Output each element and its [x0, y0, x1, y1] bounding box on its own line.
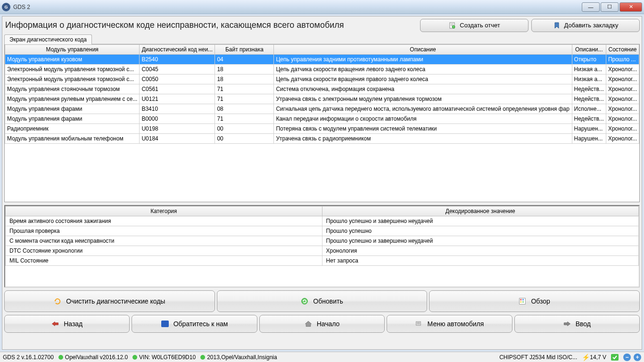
- col-header-dtc[interactable]: Диагностический код неи...: [140, 45, 215, 55]
- detail-row[interactable]: Прошлая проверкаПрошло успешно: [6, 226, 639, 236]
- close-button[interactable]: ✕: [619, 2, 642, 12]
- tab-diagnostic-screen[interactable]: Экран диагностического кода: [4, 34, 92, 44]
- bookmark-icon: [553, 22, 561, 29]
- zoom-in-button[interactable]: +: [634, 354, 641, 361]
- table-row[interactable]: Модуль управления фарамиB341008Сигнальна…: [5, 104, 639, 114]
- add-bookmark-label: Добавить закладку: [564, 22, 619, 29]
- contact-button[interactable]: Обратитесь к нам: [132, 315, 257, 333]
- detail-header-category[interactable]: Категория: [6, 206, 322, 216]
- detail-row[interactable]: DTC Состояние хронологииХронология: [6, 246, 639, 256]
- table-row[interactable]: Модуль управления кузовомB254004Цепь упр…: [5, 55, 639, 65]
- svg-rect-10: [416, 321, 421, 325]
- svg-rect-9: [522, 301, 524, 303]
- refresh-button[interactable]: Обновить: [217, 290, 428, 312]
- add-bookmark-button[interactable]: Добавить закладку: [531, 19, 640, 32]
- vehicle-icon: [415, 320, 423, 328]
- back-button[interactable]: Назад: [4, 315, 130, 333]
- envelope-icon: [161, 320, 169, 328]
- overview-label: Обзор: [531, 297, 550, 305]
- refresh-icon: [301, 297, 308, 305]
- svg-rect-13: [611, 354, 619, 361]
- status-dot-icon: [132, 355, 137, 360]
- status-voltage: ⚡ 14,7 V: [582, 354, 606, 361]
- overview-icon: [519, 297, 526, 305]
- page-title: Информация о диагностическом коде неиспр…: [4, 18, 417, 32]
- status-interface: CHIPSOFT J2534 Mid ISO/C...: [499, 354, 577, 361]
- enter-button[interactable]: Ввод: [514, 315, 640, 333]
- svg-rect-8: [520, 301, 522, 303]
- table-row[interactable]: Модуль управления фарамиB000071Канал пер…: [5, 114, 639, 124]
- bolt-icon: ⚡: [582, 354, 590, 361]
- status-vehicle: 2013,Opel/Vauxhall,Insignia: [200, 354, 277, 361]
- col-header-info[interactable]: Описани...: [572, 45, 606, 55]
- enter-label: Ввод: [576, 320, 591, 328]
- table-row[interactable]: Модуль управления мобильным телефономU01…: [5, 134, 639, 144]
- svg-rect-7: [522, 299, 524, 300]
- back-icon: [51, 320, 59, 328]
- status-dot-icon: [200, 355, 205, 360]
- home-icon: [305, 320, 312, 328]
- clear-icon: [54, 297, 61, 305]
- table-row[interactable]: Электронный модуль управления тормозной …: [5, 65, 639, 74]
- clear-codes-button[interactable]: Очистить диагностические коды: [4, 290, 215, 312]
- dtc-table: Модуль управления Диагностический код не…: [4, 44, 640, 202]
- create-report-button[interactable]: Создать отчет: [420, 19, 528, 32]
- vehicle-menu-label: Меню автомобиля: [428, 320, 484, 328]
- statusbar: GDS 2 v.16.1.02700 OpelVauxhall v2016.12…: [0, 352, 644, 362]
- report-icon: [448, 22, 456, 29]
- overview-button[interactable]: Обзор: [429, 290, 640, 312]
- col-header-state[interactable]: Состояние: [606, 45, 639, 55]
- table-row[interactable]: Электронный модуль управления тормозной …: [5, 74, 639, 84]
- table-row[interactable]: Модуль управления стояночным тормозомC05…: [5, 84, 639, 94]
- detail-row[interactable]: MIL СостояниеНет запроса: [6, 256, 639, 266]
- clear-codes-label: Очистить диагностические коды: [66, 297, 165, 305]
- status-dot-icon: [58, 355, 63, 360]
- detail-header-decoded[interactable]: Декодированное значение: [322, 206, 639, 216]
- status-version: GDS 2 v.16.1.02700: [3, 354, 54, 361]
- titlebar: G GDS 2 — ☐ ✕: [0, 0, 644, 14]
- back-label: Назад: [64, 320, 83, 328]
- forward-icon: [563, 320, 571, 328]
- table-row[interactable]: РадиоприемникU019800Потеряна связь с мод…: [5, 124, 639, 134]
- detail-row[interactable]: Время активного состояния зажиганияПрошл…: [6, 216, 639, 226]
- home-button[interactable]: Начало: [259, 315, 385, 333]
- contact-label: Обратитесь к нам: [173, 320, 228, 328]
- minimize-button[interactable]: —: [582, 2, 600, 12]
- status-check-icon: [611, 354, 619, 361]
- zoom-out-button[interactable]: −: [623, 354, 631, 361]
- window-title: GDS 2: [13, 4, 582, 10]
- vehicle-menu-button[interactable]: Меню автомобиля: [387, 315, 512, 333]
- svg-point-3: [452, 25, 455, 28]
- detail-row[interactable]: С момента очистки кода неисправностиПрош…: [6, 236, 639, 246]
- app-icon: G: [2, 3, 10, 11]
- maximize-button[interactable]: ☐: [601, 2, 619, 12]
- home-label: Начало: [317, 320, 340, 328]
- detail-panel: Категория Декодированное значение Время …: [4, 205, 640, 288]
- table-row[interactable]: Модуль управления рулевым управлением с …: [5, 94, 639, 104]
- refresh-label: Обновить: [313, 297, 343, 305]
- status-software: OpelVauxhall v2016.12.0: [58, 354, 128, 361]
- col-header-module[interactable]: Модуль управления: [5, 45, 140, 55]
- col-header-byte[interactable]: Байт признака: [215, 45, 274, 55]
- svg-point-4: [302, 298, 308, 304]
- status-vin: VIN: W0LGT6ED9D10: [132, 354, 196, 361]
- col-header-desc[interactable]: Описание: [274, 45, 572, 55]
- svg-rect-6: [520, 299, 522, 300]
- create-report-label: Создать отчет: [460, 22, 500, 29]
